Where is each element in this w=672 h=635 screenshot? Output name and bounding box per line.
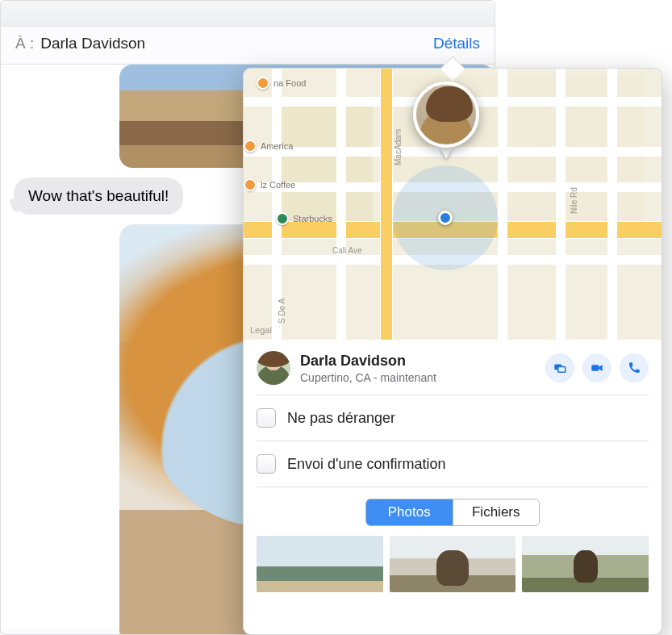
video-icon	[590, 361, 604, 375]
dnd-label: Ne pas déranger	[287, 410, 395, 427]
map-poi-label: America	[261, 141, 293, 151]
map-poi-label: na Food	[273, 78, 306, 88]
details-popover: na Food America lz Coffee Starbucks MacA…	[243, 68, 662, 635]
map-street-label: S De A	[278, 299, 286, 324]
map-pin-icon	[244, 140, 257, 152]
map-poi: lz Coffee	[244, 178, 295, 191]
message-text: Wow that's beautiful!	[28, 187, 169, 204]
window-titlebar	[1, 1, 495, 27]
map-legal-link[interactable]: Legal	[250, 325, 272, 335]
map-street-label: MacAdam	[394, 129, 403, 165]
screens-icon	[553, 361, 567, 375]
message-bubble-incoming[interactable]: Wow that's beautiful!	[14, 178, 183, 215]
map-pin-icon	[244, 178, 257, 191]
photo-thumbnail[interactable]	[390, 536, 516, 592]
map-poi: na Food	[257, 77, 306, 90]
recipient-name[interactable]: Darla Davidson	[40, 35, 433, 52]
avatar-pointer-icon	[440, 148, 453, 159]
do-not-disturb-row[interactable]: Ne pas déranger	[244, 395, 662, 441]
photo-thumbnail[interactable]	[522, 536, 649, 592]
map-poi-label: Starbucks	[293, 214, 332, 224]
read-receipts-checkbox[interactable]	[257, 454, 276, 474]
contact-row: Darla Davidson Cupertino, CA - maintenan…	[244, 340, 662, 395]
map-poi: America	[244, 140, 293, 152]
map-street-label: Nile Rd	[570, 187, 578, 214]
screen-share-button[interactable]	[545, 353, 574, 382]
svg-rect-1	[558, 367, 566, 373]
location-map[interactable]: na Food America lz Coffee Starbucks MacA…	[244, 69, 662, 340]
video-call-button[interactable]	[582, 353, 611, 382]
read-receipts-label: Envoi d'une confirmation	[287, 456, 446, 473]
to-label: À :	[15, 35, 34, 52]
map-poi: Starbucks	[276, 212, 332, 225]
svg-rect-2	[591, 365, 599, 371]
read-receipts-row[interactable]: Envoi d'une confirmation	[244, 441, 662, 487]
phone-icon	[627, 361, 641, 375]
divider	[257, 487, 649, 487]
tab-files[interactable]: Fichiers	[453, 499, 540, 525]
contact-name: Darla Davidson	[300, 353, 536, 370]
photo-thumbnails	[244, 534, 662, 592]
dnd-checkbox[interactable]	[257, 408, 276, 428]
tab-photos[interactable]: Photos	[366, 499, 453, 525]
photo-thumbnail[interactable]	[257, 536, 383, 592]
map-poi-label: lz Coffee	[261, 180, 295, 190]
contact-location-status: Cupertino, CA - maintenant	[300, 371, 536, 384]
audio-call-button[interactable]	[620, 353, 649, 382]
location-dot-icon	[438, 211, 453, 225]
map-pin-icon	[257, 77, 269, 90]
details-button[interactable]: Détails	[433, 35, 480, 52]
map-street-label: Cali Ave	[332, 246, 362, 255]
map-pin-icon	[276, 212, 289, 225]
contact-avatar-on-map[interactable]	[413, 81, 479, 148]
contact-avatar[interactable]	[257, 351, 290, 385]
attachments-segmented-control[interactable]: Photos Fichiers	[365, 499, 540, 526]
conversation-header: À : Darla Davidson Détails	[1, 27, 495, 65]
